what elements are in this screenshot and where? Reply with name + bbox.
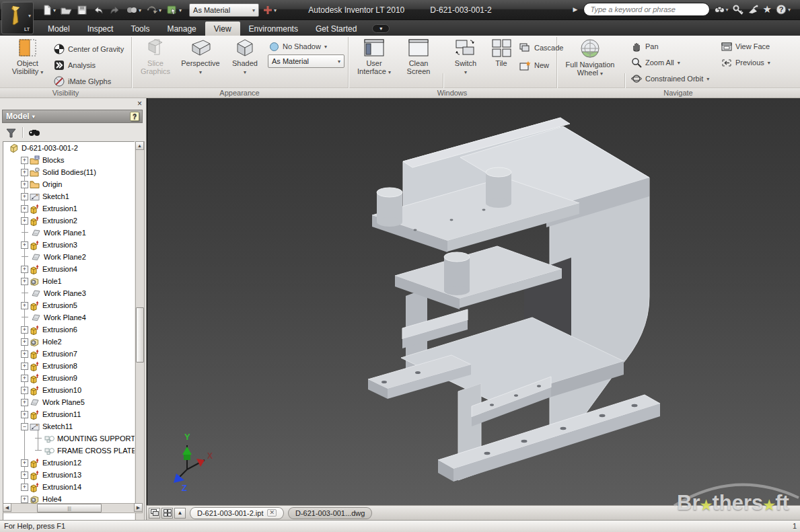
perspective-button[interactable]: Perspective▾ — [178, 37, 223, 77]
appearance-override-button[interactable]: ▾ — [261, 3, 278, 17]
new-window-button[interactable]: New — [519, 59, 549, 72]
expand-icon[interactable]: + — [21, 181, 28, 188]
dropdown-arrow-icon[interactable]: ▾ — [159, 7, 161, 13]
previous-view-button[interactable]: Previous▾ — [721, 56, 770, 69]
expand-icon[interactable]: + — [21, 278, 28, 285]
analysis-button[interactable]: Analysis — [54, 59, 96, 72]
chevron-down-icon[interactable]: ▾ — [32, 114, 35, 120]
tree-item[interactable]: +Extrusion6 — [3, 324, 135, 336]
expand-icon[interactable]: + — [21, 387, 28, 394]
tree-item[interactable]: +Extrusion4 — [3, 263, 135, 275]
expand-icon[interactable]: + — [21, 193, 28, 200]
save-button[interactable] — [75, 3, 89, 17]
constrained-orbit-button[interactable]: Constrained Orbit▾ — [631, 72, 709, 85]
full-navigation-wheel-button[interactable]: Full Navigation Wheel ▾ — [564, 37, 616, 78]
tree-item[interactable]: +Sketch1 — [3, 190, 135, 202]
redo-button[interactable] — [108, 3, 122, 17]
tree-item[interactable]: +Extrusion5 — [3, 299, 135, 311]
search-input[interactable] — [583, 3, 710, 16]
pan-button[interactable]: Pan — [631, 40, 659, 53]
expand-icon[interactable]: + — [21, 484, 28, 491]
expand-icon[interactable]: + — [21, 363, 28, 370]
imate-glyphs-button[interactable]: iMate Glyphs — [54, 75, 111, 88]
expand-icon[interactable]: + — [21, 157, 28, 164]
update-button[interactable]: ▾ — [165, 3, 183, 17]
tab-model[interactable]: Model — [39, 22, 79, 36]
tab-get-started[interactable]: Get Started — [307, 22, 365, 36]
new-file-button[interactable]: ▾ — [40, 3, 57, 17]
communication-center-icon[interactable] — [748, 5, 759, 15]
tree-item[interactable]: +Extrusion11 — [3, 408, 135, 420]
mail-button[interactable]: ▾ — [145, 3, 163, 17]
material-combo[interactable]: As Material ▾ — [189, 3, 259, 17]
expand-icon[interactable]: + — [21, 217, 28, 225]
tree-item[interactable]: +Blocks — [3, 154, 135, 166]
shadow-mode-button[interactable]: No Shadow▾ — [269, 40, 327, 53]
expand-tabs-button[interactable]: ▲ — [174, 508, 186, 519]
tree-item[interactable]: +Work Plane5 — [3, 396, 135, 408]
dropdown-arrow-icon[interactable]: ▾ — [53, 7, 56, 13]
tab-tools[interactable]: Tools — [122, 22, 158, 36]
tree-item[interactable]: +Origin — [3, 178, 135, 190]
switch-windows-button[interactable]: Switch▾ — [448, 37, 483, 77]
graphics-viewport[interactable]: Y X Z — [147, 98, 800, 505]
tile-documents-button[interactable] — [161, 508, 173, 519]
slice-graphics-button[interactable]: Slice Graphics — [136, 37, 175, 75]
tree-item[interactable]: +Extrusion12 — [3, 457, 135, 469]
panel-label-visibility[interactable]: Visibility — [0, 89, 131, 97]
expand-icon[interactable]: + — [21, 411, 28, 418]
tree-item[interactable]: Work Plane1 — [3, 227, 135, 239]
help-button[interactable]: ? ▾ — [776, 4, 791, 15]
tab-manage[interactable]: Manage — [158, 22, 205, 36]
tree-item[interactable]: +Extrusion7 — [3, 348, 135, 360]
view-face-button[interactable]: View Face — [721, 40, 770, 53]
tree-item[interactable]: Work Plane3 — [3, 287, 135, 299]
zoom-all-button[interactable]: Zoom All▾ — [631, 56, 680, 69]
tree-vertical-scrollbar[interactable]: ▲ ▼ — [135, 141, 145, 532]
scroll-right-icon[interactable]: ▶ — [134, 503, 143, 512]
dropdown-arrow-icon[interactable]: ▾ — [788, 7, 791, 13]
cascade-button[interactable]: Cascade — [519, 41, 563, 54]
expand-icon[interactable]: + — [21, 205, 28, 213]
search-collapse-icon[interactable]: ▶ — [573, 6, 578, 13]
expand-icon[interactable]: + — [21, 459, 28, 467]
appearance-material-combo[interactable]: As Material ▾ — [268, 54, 344, 68]
dropdown-arrow-icon[interactable]: ▾ — [726, 7, 729, 13]
dropdown-arrow-icon[interactable]: ▾ — [139, 7, 141, 13]
expand-icon[interactable]: + — [21, 350, 28, 358]
favorites-star-icon[interactable]: ★ — [763, 3, 772, 15]
tree-item[interactable]: +Solid Bodies(11) — [3, 166, 135, 178]
expand-icon[interactable]: + — [21, 266, 28, 273]
user-interface-button[interactable]: User Interface ▾ — [353, 37, 396, 77]
scroll-up-icon[interactable]: ▲ — [135, 141, 144, 150]
object-visibility-button[interactable]: Object Visibility ▾ — [5, 37, 50, 77]
shaded-button[interactable]: Shaded▾ — [225, 37, 264, 77]
expand-icon[interactable]: + — [21, 496, 28, 503]
dropdown-arrow-icon[interactable]: ▾ — [274, 7, 277, 13]
subscription-key-icon[interactable] — [733, 5, 743, 15]
expand-icon[interactable]: + — [21, 399, 28, 406]
tree-item[interactable]: +Extrusion10 — [3, 384, 135, 396]
filter-icon[interactable] — [6, 128, 17, 138]
tree-item[interactable]: Work Plane2 — [3, 251, 135, 263]
panel-label-navigate[interactable]: Navigate — [556, 89, 800, 97]
tree-item[interactable]: +Extrusion14 — [3, 481, 135, 493]
expand-icon[interactable]: + — [21, 326, 28, 334]
tree-item[interactable]: +Hole1 — [3, 275, 135, 287]
tab-inspect[interactable]: Inspect — [79, 22, 122, 36]
panel-grip[interactable]: × — [0, 98, 146, 110]
dropdown-arrow-icon[interactable]: ▾ — [179, 7, 182, 13]
tree-item[interactable]: MOUNTING SUPPORT CRO — [3, 432, 135, 445]
browser-header[interactable]: Model ▾ ? — [2, 110, 143, 123]
find-icon[interactable] — [28, 128, 40, 138]
scroll-left-icon[interactable]: ◀ — [3, 503, 11, 512]
tab-environments[interactable]: Environments — [240, 22, 307, 36]
tab-close-icon[interactable]: ✕ — [267, 509, 277, 517]
expand-icon[interactable]: + — [21, 375, 28, 382]
undo-button[interactable] — [91, 3, 106, 17]
expand-icon[interactable]: + — [21, 241, 28, 249]
tree-horizontal-scrollbar[interactable]: ◀ ||| ▶ — [3, 503, 143, 513]
tree-item[interactable]: FRAME CROSS PLATE UPP — [3, 445, 135, 457]
tab-view[interactable]: View — [205, 22, 240, 36]
panel-label-appearance[interactable]: Appearance — [131, 89, 348, 97]
